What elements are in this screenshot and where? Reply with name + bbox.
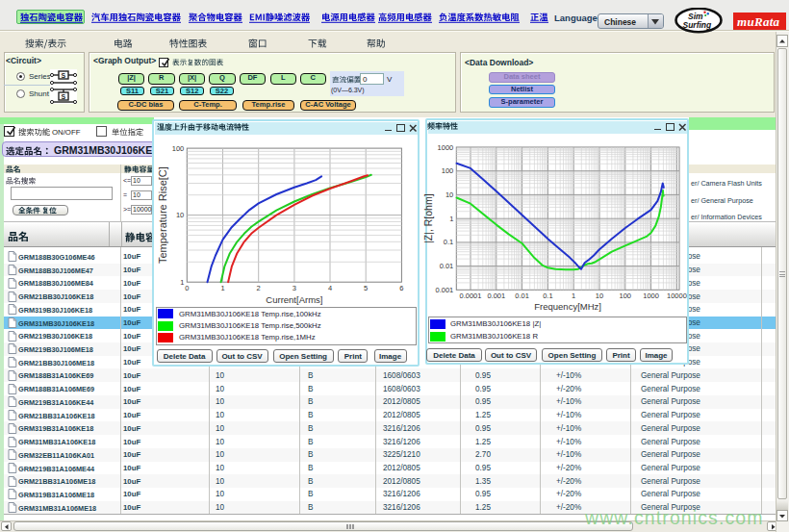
svg-text:100: 100 (442, 166, 454, 175)
svg-text:Frequency[MHz]: Frequency[MHz] (534, 301, 601, 312)
svg-text:1: 1 (572, 291, 575, 300)
svg-text:10000: 10000 (667, 291, 687, 300)
svg-text:1000: 1000 (438, 143, 454, 152)
svg-text:1000: 1000 (643, 291, 659, 300)
svg-text:0.001: 0.001 (436, 286, 454, 294)
svg-text:10: 10 (596, 291, 603, 300)
svg-text:0.001: 0.001 (487, 291, 505, 300)
svg-text:0.0001: 0.0001 (460, 291, 482, 300)
svg-text:|Z|, R[ohm]: |Z|, R[ohm] (422, 193, 434, 243)
svg-text:0.1: 0.1 (543, 291, 552, 300)
svg-text:0.1: 0.1 (444, 238, 453, 246)
svg-text:1: 1 (449, 215, 453, 223)
svg-text:0.01: 0.01 (515, 291, 529, 300)
svg-text:100: 100 (620, 291, 632, 300)
svg-text:10: 10 (445, 190, 453, 199)
svg-text:0.01: 0.01 (440, 262, 454, 270)
